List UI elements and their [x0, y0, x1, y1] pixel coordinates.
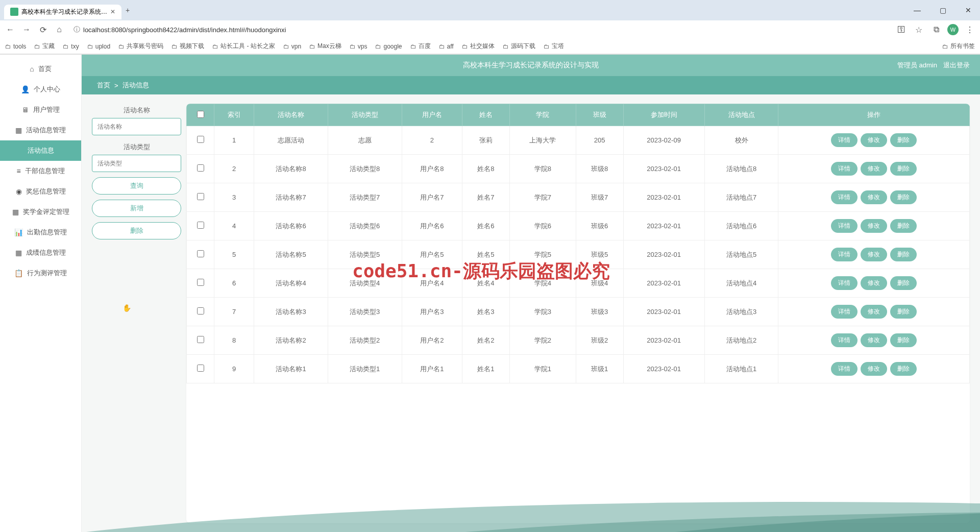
detail-button[interactable]: 详情: [831, 248, 857, 261]
new-tab-button[interactable]: +: [126, 6, 130, 14]
bookmark-item[interactable]: 🗀社交媒体: [462, 42, 495, 51]
row-delete-button[interactable]: 删除: [890, 248, 917, 261]
browser-tab[interactable]: 高校本科生学习成长记录系统… ✕: [4, 5, 121, 19]
bookmark-star-icon[interactable]: ☆: [913, 23, 925, 36]
edit-button[interactable]: 修改: [861, 190, 887, 204]
site-info-icon[interactable]: ⓘ: [74, 25, 80, 34]
minimize-button[interactable]: —: [910, 6, 925, 14]
cell-realname: 姓名7: [462, 183, 510, 212]
row-checkbox[interactable]: [197, 279, 204, 286]
edit-button[interactable]: 修改: [861, 362, 887, 376]
detail-button[interactable]: 详情: [831, 190, 857, 204]
select-all-checkbox[interactable]: [197, 111, 204, 118]
edit-button[interactable]: 修改: [861, 333, 887, 347]
row-checkbox[interactable]: [197, 222, 204, 229]
row-delete-button[interactable]: 删除: [890, 190, 917, 204]
all-bookmarks-button[interactable]: 🗀 所有书签: [942, 42, 975, 51]
edit-button[interactable]: 修改: [861, 305, 887, 319]
sidebar-item-2[interactable]: 🖥用户管理: [0, 100, 81, 120]
detail-button[interactable]: 详情: [831, 333, 857, 347]
extensions-icon[interactable]: ⧉: [930, 23, 942, 36]
bookmark-item[interactable]: 🗀宝塔: [544, 42, 564, 51]
row-checkbox[interactable]: [197, 307, 204, 315]
sidebar-item-label: 奖学金评定管理: [23, 207, 69, 216]
profile-avatar[interactable]: W: [947, 24, 959, 35]
sidebar-item-6[interactable]: ◉奖惩信息管理: [0, 181, 81, 202]
edit-button[interactable]: 修改: [861, 162, 887, 176]
logout-button[interactable]: 退出登录: [943, 61, 970, 70]
bookmark-item[interactable]: 🗀tools: [5, 43, 26, 50]
filter-name-input[interactable]: [92, 118, 181, 135]
filter-type-input[interactable]: [92, 155, 181, 172]
sidebar-icon: ▦: [12, 208, 19, 216]
bookmark-item[interactable]: 🗀aff: [439, 43, 454, 50]
folder-icon: 🗀: [63, 43, 69, 50]
edit-button[interactable]: 修改: [861, 133, 887, 147]
home-button[interactable]: ⌂: [53, 23, 65, 36]
close-icon[interactable]: ✕: [110, 8, 115, 15]
sidebar-item-5[interactable]: ≡干部信息管理: [0, 161, 81, 181]
row-delete-button[interactable]: 删除: [890, 362, 917, 376]
row-checkbox[interactable]: [197, 193, 204, 200]
row-delete-button[interactable]: 删除: [890, 276, 917, 290]
detail-button[interactable]: 详情: [831, 219, 857, 233]
folder-icon: 🗀: [503, 43, 509, 50]
bookmark-item[interactable]: 🗀uplod: [87, 43, 110, 50]
detail-button[interactable]: 详情: [831, 162, 857, 176]
sidebar-item-10[interactable]: 📋行为测评管理: [0, 263, 81, 283]
sidebar-item-7[interactable]: ▦奖学金评定管理: [0, 202, 81, 222]
bookmark-item[interactable]: 🗀vpn: [283, 43, 301, 50]
row-checkbox[interactable]: [197, 136, 204, 143]
bookmark-item[interactable]: 🗀百度: [410, 42, 431, 51]
back-button[interactable]: ←: [4, 23, 16, 36]
row-delete-button[interactable]: 删除: [890, 162, 917, 176]
key-icon[interactable]: ⚿: [895, 23, 908, 36]
row-checkbox[interactable]: [197, 365, 204, 372]
add-button[interactable]: 新增: [92, 200, 181, 217]
bookmark-item[interactable]: 🗀共享账号密码: [118, 42, 163, 51]
search-button[interactable]: 查询: [92, 177, 181, 195]
cell-type: 活动类型8: [328, 155, 402, 183]
detail-button[interactable]: 详情: [831, 276, 857, 290]
row-delete-button[interactable]: 删除: [890, 133, 917, 147]
bookmark-item[interactable]: 🗀宝藏: [34, 42, 55, 51]
reload-button[interactable]: ⟳: [37, 23, 49, 36]
sidebar-item-4[interactable]: 活动信息: [0, 140, 81, 161]
sidebar-item-0[interactable]: ⌂首页: [0, 59, 81, 79]
forward-button[interactable]: →: [20, 23, 33, 36]
breadcrumb-home[interactable]: 首页: [97, 81, 110, 90]
sidebar-item-1[interactable]: 👤个人中心: [0, 79, 81, 100]
row-delete-button[interactable]: 删除: [890, 333, 917, 347]
bookmark-item[interactable]: 🗀站长工具 - 站长之家: [212, 42, 275, 51]
bookmark-item[interactable]: 🗀源码下载: [503, 42, 535, 51]
detail-button[interactable]: 详情: [831, 133, 857, 147]
edit-button[interactable]: 修改: [861, 276, 887, 290]
maximize-button[interactable]: ▢: [935, 6, 950, 14]
bookmark-item[interactable]: 🗀txy: [63, 43, 79, 50]
cell-type: 志愿: [328, 126, 402, 155]
row-checkbox[interactable]: [197, 164, 204, 172]
bookmark-item[interactable]: 🗀视频下载: [172, 42, 204, 51]
detail-button[interactable]: 详情: [831, 362, 857, 376]
detail-button[interactable]: 详情: [831, 305, 857, 319]
close-window-button[interactable]: ✕: [961, 6, 976, 14]
sidebar-item-8[interactable]: 📊出勤信息管理: [0, 222, 81, 243]
edit-button[interactable]: 修改: [861, 248, 887, 261]
url-input[interactable]: ⓘ localhost:8080/springbooth8422/admin/d…: [69, 25, 891, 34]
delete-button[interactable]: 删除: [92, 222, 181, 239]
sidebar-item-3[interactable]: ▦活动信息管理: [0, 120, 81, 140]
row-delete-button[interactable]: 删除: [890, 219, 917, 233]
row-checkbox[interactable]: [197, 250, 204, 257]
bookmark-item[interactable]: 🗀vps: [350, 43, 368, 50]
cell-time: 2023-02-01: [623, 183, 704, 212]
row-delete-button[interactable]: 删除: [890, 305, 917, 319]
menu-button[interactable]: ⋮: [964, 23, 976, 36]
bookmark-item[interactable]: 🗀Max云梯: [309, 42, 341, 51]
row-checkbox[interactable]: [197, 336, 204, 343]
edit-button[interactable]: 修改: [861, 219, 887, 233]
sidebar-item-label: 干部信息管理: [25, 166, 65, 176]
table-row: 5活动名称5活动类型5用户名5姓名5学院5班级52023-02-01活动地点5详…: [187, 240, 970, 269]
bookmark-item[interactable]: 🗀google: [375, 43, 402, 50]
user-role-label[interactable]: 管理员 admin: [897, 61, 937, 70]
sidebar-item-9[interactable]: ▦成绩信息管理: [0, 243, 81, 263]
